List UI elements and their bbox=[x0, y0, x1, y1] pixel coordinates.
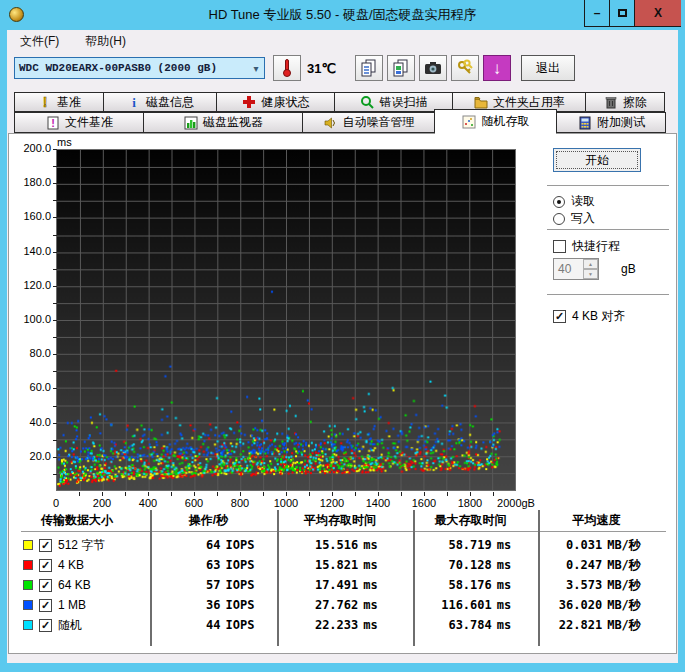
x-axis-tick bbox=[240, 492, 241, 496]
avg-speed-cell: 0.247MB/秒 bbox=[533, 557, 660, 574]
svg-text:i: i bbox=[132, 95, 136, 109]
spin-up-icon: ▲ bbox=[588, 261, 593, 267]
iops-cell: 63IOPS bbox=[145, 558, 272, 572]
align-checkbox[interactable]: ✓ bbox=[553, 310, 566, 323]
drive-select[interactable]: WDC WD20EARX-00PASB0 (2000 gB) ▾ bbox=[14, 57, 265, 79]
shortstroke-row[interactable]: 快捷行程 bbox=[553, 238, 620, 255]
y-axis-tick bbox=[53, 166, 57, 167]
copy-text-button[interactable] bbox=[355, 55, 383, 81]
access-time-scatter-chart bbox=[56, 149, 516, 491]
tab-label: 磁盘信息 bbox=[146, 94, 194, 111]
maximize-icon bbox=[618, 9, 627, 17]
copy-text-icon bbox=[360, 59, 378, 77]
iops-cell: 57IOPS bbox=[145, 578, 272, 592]
health-cross-icon bbox=[242, 95, 257, 110]
close-button[interactable]: X bbox=[634, 0, 681, 27]
y-axis-tick bbox=[53, 303, 57, 304]
series-checkbox[interactable]: ✓ bbox=[39, 599, 52, 612]
x-axis-tick bbox=[263, 492, 264, 496]
tab-磁盘监视器[interactable]: 磁盘监视器 bbox=[143, 112, 303, 133]
x-axis-tick bbox=[194, 492, 195, 496]
tab-label: 随机存取 bbox=[482, 113, 530, 130]
spin-down-button[interactable]: ▼ bbox=[583, 269, 598, 279]
exit-label: 退出 bbox=[536, 60, 560, 77]
series-checkbox[interactable]: ✓ bbox=[39, 619, 52, 632]
menu-file[interactable]: 文件(F) bbox=[12, 30, 67, 51]
download-button[interactable]: ↓ bbox=[483, 55, 511, 81]
exit-button[interactable]: 退出 bbox=[521, 55, 575, 81]
chevron-down-icon: ▾ bbox=[248, 63, 264, 74]
spin-down-icon: ▼ bbox=[588, 271, 593, 277]
x-axis-tick bbox=[79, 492, 80, 496]
shortstroke-size-value: 40 bbox=[554, 259, 583, 279]
y-axis-tick bbox=[53, 252, 57, 253]
y-axis-tick-label: 200.0 bbox=[11, 142, 51, 154]
random-access-panel: ms 20.040.060.080.0100.0120.0140.0160.01… bbox=[8, 133, 677, 654]
close-icon: X bbox=[654, 6, 662, 20]
keys-icon bbox=[456, 59, 474, 77]
y-axis-tick bbox=[53, 406, 57, 407]
series-color-swatch bbox=[23, 620, 33, 630]
x-axis-tick bbox=[125, 492, 126, 496]
write-radio-row[interactable]: 写入 bbox=[553, 210, 595, 227]
x-axis-tick bbox=[309, 492, 310, 496]
screenshot-button[interactable] bbox=[419, 55, 447, 81]
iops-cell: 44IOPS bbox=[145, 618, 272, 632]
shortstroke-checkbox[interactable] bbox=[553, 240, 566, 253]
y-axis-tick bbox=[53, 474, 57, 475]
exclamation-icon: ! bbox=[37, 95, 52, 110]
tab-自动噪音管理[interactable]: 自动噪音管理 bbox=[302, 112, 435, 133]
spin-up-button[interactable]: ▲ bbox=[583, 259, 598, 269]
avg-access-cell: 22.233ms bbox=[272, 618, 408, 632]
start-label: 开始 bbox=[585, 152, 609, 169]
maximize-button[interactable] bbox=[609, 0, 634, 27]
y-axis-tick bbox=[53, 149, 57, 150]
header-underline bbox=[21, 531, 666, 533]
tab-附加测试[interactable]: 附加测试 bbox=[556, 112, 666, 133]
series-checkbox[interactable]: ✓ bbox=[39, 559, 52, 572]
y-axis-tick bbox=[53, 235, 57, 236]
tab-label: 文件基准 bbox=[65, 114, 113, 131]
copy-image-button[interactable] bbox=[387, 55, 415, 81]
y-axis-tick bbox=[53, 457, 57, 458]
read-radio[interactable] bbox=[553, 196, 565, 208]
y-axis-tick bbox=[53, 286, 57, 287]
avg-access-cell: 17.491ms bbox=[272, 578, 408, 592]
max-access-cell: 70.128ms bbox=[408, 558, 533, 572]
avg-speed-cell: 3.573MB/秒 bbox=[533, 577, 660, 594]
x-axis-tick bbox=[493, 492, 494, 496]
column-header: 平均速度 bbox=[533, 512, 660, 529]
read-radio-row[interactable]: 读取 bbox=[553, 193, 595, 210]
y-axis-tick bbox=[53, 388, 57, 389]
tab-随机存取[interactable]: 随机存取 bbox=[434, 109, 557, 134]
tab-基准[interactable]: !基准 bbox=[14, 92, 104, 112]
minimize-button[interactable]: – bbox=[584, 0, 609, 27]
avg-speed-cell: 22.821MB/秒 bbox=[533, 617, 660, 634]
window-title: HD Tune 专业版 5.50 - 硬盘/固态硬盘实用程序 bbox=[0, 6, 685, 24]
series-checkbox[interactable]: ✓ bbox=[39, 539, 52, 552]
scatter-icon bbox=[462, 114, 477, 129]
start-button[interactable]: 开始 bbox=[553, 148, 641, 172]
series-checkbox[interactable]: ✓ bbox=[39, 579, 52, 592]
align-row[interactable]: ✓ 4 KB 对齐 bbox=[553, 308, 625, 325]
y-axis-tick bbox=[53, 337, 57, 338]
x-axis-tick bbox=[217, 492, 218, 496]
column-separator bbox=[150, 510, 152, 646]
write-label: 写入 bbox=[571, 210, 595, 227]
shortstroke-size-spinner[interactable]: 40 ▲ ▼ bbox=[553, 258, 599, 280]
write-radio[interactable] bbox=[553, 213, 565, 225]
x-axis-tick bbox=[332, 492, 333, 496]
avg-access-cell: 15.821ms bbox=[272, 558, 408, 572]
tab-磁盘信息[interactable]: i磁盘信息 bbox=[103, 92, 217, 112]
table-header-row: 传输数据大小 操作/秒 平均存取时间 最大存取时间 平均速度 bbox=[9, 508, 678, 529]
tab-label: 磁盘监视器 bbox=[203, 114, 263, 131]
x-axis-tick bbox=[378, 492, 379, 496]
menu-help[interactable]: 帮助(H) bbox=[77, 30, 134, 51]
avg-access-cell: 15.516ms bbox=[272, 538, 408, 552]
temperature-button[interactable] bbox=[273, 55, 301, 81]
options-button[interactable] bbox=[451, 55, 479, 81]
svg-text:!: ! bbox=[42, 95, 47, 109]
tab-文件基准[interactable]: !文件基准 bbox=[14, 112, 144, 133]
tab-健康状态[interactable]: 健康状态 bbox=[216, 92, 335, 112]
tab-擦除[interactable]: 擦除 bbox=[585, 92, 665, 112]
